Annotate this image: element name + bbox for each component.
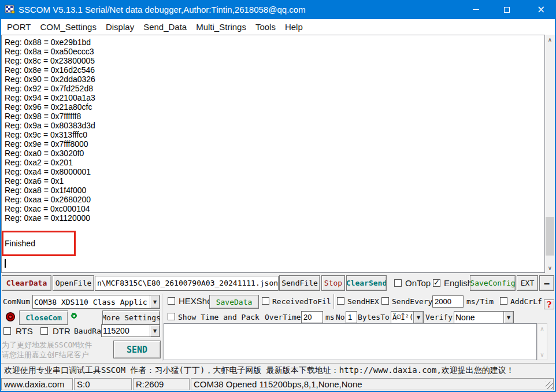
- port-select[interactable]: COM38 XDS110 Class Applic ▼: [32, 295, 160, 309]
- verify-select[interactable]: None ▼: [454, 311, 514, 324]
- send-hex-checkbox[interactable]: [337, 297, 344, 305]
- minimize-icon: [473, 9, 479, 10]
- options-divider: [333, 294, 335, 309]
- save-config-button[interactable]: SaveConfig: [470, 275, 516, 291]
- status-port-info: COM38 Opened 115200bps,8,1,None,None: [191, 378, 554, 390]
- clear-data-button[interactable]: ClearData: [2, 275, 51, 291]
- bytes-to-select[interactable]: Ä©Î²( ▼: [391, 311, 424, 324]
- baud-rate-select[interactable]: 115200 ▼: [101, 324, 160, 337]
- baud-rate-value: 115200: [102, 326, 150, 336]
- receive-line: Reg: 0x92 = 0x7fd252d8: [5, 84, 95, 93]
- interval-unit-label: ms/Tim: [466, 297, 494, 306]
- menu-bar: PORTCOM_SettingsDisplaySend_DataMulti_St…: [1, 19, 555, 35]
- receive-area[interactable]: Reg: 0x88 = 0xe29b1bdReg: 0x8a = 0xa50ec…: [1, 35, 545, 273]
- send-button[interactable]: SEND: [113, 341, 161, 358]
- close-com-button[interactable]: CloseCom: [19, 310, 68, 325]
- rts-label: RTS: [16, 326, 33, 336]
- dtr-checkbox[interactable]: [40, 327, 48, 335]
- close-button[interactable]: ×: [526, 0, 556, 19]
- receive-line: Reg: 0xaa = 0x2680200: [5, 195, 95, 204]
- sscom-window: SSCOM V5.13.1 Serial/Net data debugger,A…: [0, 0, 556, 392]
- com-status-led-icon: [6, 312, 15, 321]
- received-to-file-label: ReceivedToFil: [272, 297, 331, 306]
- add-crlf-checkbox[interactable]: [500, 297, 507, 305]
- on-top-checkbox[interactable]: [394, 279, 402, 287]
- menu-item[interactable]: Send_Data: [139, 19, 191, 35]
- receive-line: Reg: 0xa2 = 0x201: [5, 158, 95, 167]
- menu-item[interactable]: PORT: [2, 19, 35, 35]
- send-interval-input[interactable]: 2000: [432, 295, 464, 308]
- port-select-value: COM38 XDS110 Class Applic: [33, 297, 150, 307]
- status-website: www.daxia.com: [1, 378, 73, 390]
- on-top-label: OnTop: [405, 278, 431, 288]
- text-cursor: [5, 259, 6, 268]
- send-hex-label: SendHEX: [347, 297, 379, 306]
- com-num-label: ComNum: [3, 297, 30, 306]
- receive-line: Reg: 0x8c = 0x23800005: [5, 56, 95, 65]
- chevron-down-icon[interactable]: ▼: [150, 325, 160, 336]
- english-label: English: [444, 278, 472, 288]
- chevron-down-icon[interactable]: ▼: [413, 312, 423, 323]
- send-every-checkbox[interactable]: [381, 297, 389, 305]
- verify-label: Verify: [425, 313, 453, 321]
- maximize-button[interactable]: [494, 0, 520, 19]
- menu-item[interactable]: Multi_Strings: [191, 19, 251, 35]
- verify-value: None: [454, 312, 503, 323]
- menu-item[interactable]: COM_Settings: [35, 19, 101, 35]
- rts-checkbox[interactable]: [3, 327, 11, 335]
- overtime-label: OverTime: [265, 313, 301, 321]
- annotation-rectangle: [2, 231, 76, 256]
- byte-index-input[interactable]: 1: [346, 311, 357, 323]
- save-data-button[interactable]: SaveData: [209, 295, 259, 309]
- menu-item[interactable]: Tools: [251, 19, 280, 35]
- received-to-file-checkbox[interactable]: [262, 297, 269, 305]
- receive-line: Reg: 0x88 = 0xe29b1bd: [5, 38, 95, 47]
- scroll-down-icon[interactable]: ∨: [545, 263, 555, 273]
- open-file-button[interactable]: OpenFile: [53, 275, 94, 291]
- byte-no-label: No: [336, 313, 345, 321]
- send-scrollbar[interactable]: ∧ ∨: [537, 323, 547, 360]
- scrollbar-thumb[interactable]: [546, 217, 554, 256]
- promo-text: 为了更好地发展SSCOM软件 请您注册嘉立创F结尾客户: [2, 340, 106, 360]
- ext-button[interactable]: EXT: [517, 275, 538, 291]
- menu-item[interactable]: Display: [101, 19, 139, 35]
- file-path-input[interactable]: n\MCF8315C\E80_26100790A03_20241111.json: [95, 276, 279, 291]
- collapse-panel-button[interactable]: —: [539, 275, 554, 291]
- receive-scrollbar[interactable]: ∧ ∨: [545, 35, 555, 273]
- scroll-down-icon[interactable]: ∨: [538, 350, 547, 360]
- send-text-area[interactable]: [164, 323, 537, 360]
- receive-line: Reg: 0x8a = 0xa50eccc3: [5, 47, 95, 56]
- resize-grip[interactable]: [546, 382, 553, 389]
- window-border-left: [0, 0, 1, 392]
- receive-line: Reg: 0x96 = 0x21a80cfc: [5, 102, 95, 112]
- receive-line: Reg: 0xa4 = 0x8000001: [5, 167, 95, 176]
- receive-line: Reg: 0x94 = 0x2100a1a3: [5, 93, 95, 102]
- chevron-down-icon[interactable]: ▼: [150, 295, 160, 308]
- show-time-pack-checkbox[interactable]: [168, 313, 175, 320]
- title-bar: SSCOM V5.13.1 Serial/Net data debugger,A…: [0, 0, 556, 19]
- more-settings-button[interactable]: More Settings: [102, 310, 160, 325]
- help-question-icon[interactable]: ?: [544, 299, 554, 309]
- app-icon: [5, 4, 15, 14]
- menu-item[interactable]: Help: [280, 19, 307, 35]
- stop-button[interactable]: Stop: [321, 275, 345, 291]
- send-every-label: SendEvery: [392, 297, 432, 306]
- scroll-up-icon[interactable]: ∧: [545, 35, 555, 45]
- ticker-bar: 欢迎使用专业串口调试工具SSCOM 作者：习小猛(丁丁)，大虾电子网版 最新版本…: [1, 363, 555, 377]
- send-file-button[interactable]: SendFile: [279, 275, 320, 291]
- promo-line1: 为了更好地发展SSCOM软件: [2, 340, 106, 350]
- overtime-input[interactable]: 20: [301, 311, 323, 323]
- hex-show-checkbox[interactable]: [168, 297, 175, 305]
- scroll-up-icon[interactable]: ∧: [538, 324, 547, 334]
- promo-line2: 请您注册嘉立创F结尾客户: [2, 350, 106, 360]
- receive-line: Reg: 0x9e = 0x7fff8000: [5, 139, 95, 149]
- receive-line: Reg: 0xae = 0x1120000: [5, 213, 95, 223]
- english-checkbox[interactable]: [433, 279, 440, 287]
- status-received-count: R:2609: [133, 378, 190, 390]
- minimize-button[interactable]: [462, 0, 489, 19]
- refresh-ports-icon[interactable]: [70, 312, 78, 320]
- dtr-label: DTR: [53, 326, 71, 336]
- clear-send-button[interactable]: ClearSend: [346, 275, 387, 291]
- chevron-down-icon[interactable]: ▼: [503, 312, 513, 323]
- receive-line: Reg: 0xa6 = 0x1: [5, 176, 95, 186]
